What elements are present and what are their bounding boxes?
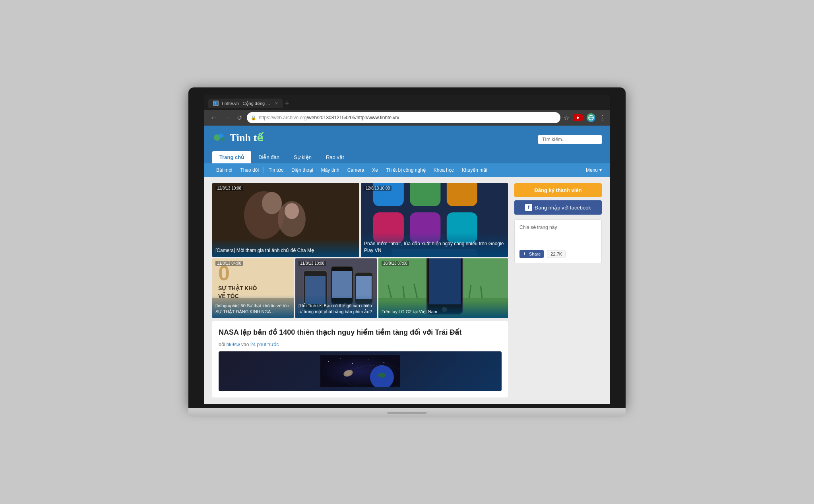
svg-point-48	[352, 362, 353, 363]
image-grid: 12/8/13 10:08 [Camera] Mời tham gia thi …	[212, 183, 508, 318]
article-time[interactable]: 24 phút trước	[250, 342, 279, 347]
main-nav: Trang chủ Diễn đàn Sự kiện Rao vặt	[212, 151, 602, 163]
article-meta: bởi bk9sw vào 24 phút trước	[219, 342, 502, 347]
share-title: Chia sẻ trang này	[519, 225, 597, 230]
sec-nav-tintuc[interactable]: Tin tức	[265, 163, 287, 177]
svg-point-47	[340, 358, 341, 359]
share-area	[519, 234, 597, 250]
facebook-share-icon: f	[523, 252, 527, 256]
article-timestamp-1: 12/8/13 10:08	[215, 186, 243, 191]
article-timestamp-4: 11/8/13 10:08	[298, 261, 326, 266]
new-tab-button[interactable]: +	[285, 100, 289, 107]
nav-menu-button[interactable]: Menu ▾	[586, 167, 602, 173]
nav-separator	[264, 167, 264, 173]
article-thumbnail	[219, 351, 502, 391]
sec-nav-xe[interactable]: Xe	[368, 163, 382, 177]
article-caption-1: [Camera] Mời tham gia thi ảnh chủ đề Cha…	[212, 239, 359, 257]
article-caption-2: Phần mềm "nhái", lừa đảo xuất hiện ngày …	[361, 233, 508, 257]
svg-point-50	[384, 362, 384, 363]
article-timestamp-2: 12/8/13 10:08	[364, 186, 391, 191]
secondary-article-3[interactable]: 10/8/13 07:08 Trên tay LG G2 tại Việt Na…	[378, 258, 508, 318]
secondary-nav: Bài mới Theo dõi Tin tức Điện thoại Máy …	[204, 163, 610, 177]
lock-icon: 🔒	[251, 115, 256, 120]
logo-text: Tinh tế	[230, 132, 263, 144]
svg-rect-32	[332, 271, 352, 298]
secondary-article-1[interactable]: 0 SỰ THẬT KHÓ VỀ TÓC 11/8/13 04:08 [Info…	[212, 258, 294, 318]
featured-article-2[interactable]: 12/8/13 10:08 Phần mềm "nhái", lừa đảo x…	[361, 183, 508, 257]
svg-point-53	[378, 373, 386, 378]
search-input[interactable]	[538, 135, 602, 144]
article-title[interactable]: NASA lập bản đồ 1400 thiên thạch nguy hi…	[219, 328, 502, 337]
browser-tab-bar: T Tinhte.vn - Cộng đồng Khoa h... × +	[204, 95, 610, 110]
browser-toolbar: ← → ↺ 🔒 https://web.archive.org/web/2013…	[204, 110, 610, 126]
sec-nav-baimoi[interactable]: Bài mới	[212, 163, 236, 177]
browser-tab[interactable]: T Tinhte.vn - Cộng đồng Khoa h... ×	[208, 99, 283, 108]
sec-nav-camera[interactable]: Camera	[343, 163, 368, 177]
chevron-down-icon: ▾	[599, 167, 602, 173]
svg-rect-57	[523, 252, 527, 256]
sec-nav-khuyenmai[interactable]: Khuyến mãi	[458, 163, 491, 177]
nav-item-trangchu[interactable]: Trang chủ	[212, 151, 251, 163]
article-timestamp-5: 10/8/13 07:08	[382, 261, 409, 266]
featured-article-1[interactable]: 12/8/13 10:08 [Camera] Mời tham gia thi …	[212, 183, 359, 257]
svg-point-51	[393, 358, 394, 358]
browser-window: T Tinhte.vn - Cộng đồng Khoa h... × + ← …	[204, 95, 610, 403]
sidebar: Đăng ký thành viên f Đăng nhập với faceb…	[514, 183, 602, 397]
laptop-frame: T Tinhte.vn - Cộng đồng Khoa h... × + ← …	[188, 87, 626, 416]
article-caption-4: [Hỏi Tinh tế] Bạn có thể gõ bao nhiêu từ…	[295, 295, 377, 318]
register-button[interactable]: Đăng ký thành viên	[514, 183, 602, 197]
sec-nav-maytinh[interactable]: Máy tính	[317, 163, 343, 177]
secondary-article-2[interactable]: 11/8/13 10:08 [Hỏi Tinh tế] Bạn có thể g…	[295, 258, 377, 318]
svg-rect-43	[429, 258, 461, 304]
url-text: https://web.archive.org/web/201308121542…	[259, 115, 399, 120]
main-content: 12/8/13 10:08 [Camera] Mời tham gia thi …	[204, 177, 610, 403]
main-article-preview: NASA lập bản đồ 1400 thiên thạch nguy hi…	[212, 321, 508, 397]
article-caption-3: [Infographic] 50 Sự thật khó tin về tóc …	[212, 295, 294, 318]
nav-item-sukien[interactable]: Sự kiện	[287, 151, 319, 163]
article-caption-5: Trên tay LG G2 tại Việt Nam	[378, 301, 508, 318]
url-base: https://web.archive.org	[259, 115, 307, 120]
sec-nav-khoahoc[interactable]: Khoa học	[430, 163, 458, 177]
facebook-login-button[interactable]: f Đăng nhập với facebook	[514, 200, 602, 215]
svg-marker-2	[577, 116, 579, 119]
meta-time-label: vào	[241, 342, 249, 347]
reload-button[interactable]: ↺	[235, 113, 244, 122]
svg-point-8	[221, 137, 225, 141]
menu-icon[interactable]: ⋮	[599, 114, 606, 122]
svg-rect-17	[410, 183, 440, 206]
tab-favicon: T	[213, 101, 219, 106]
grid-top-row: 12/8/13 10:08 [Camera] Mời tham gia thi …	[212, 183, 508, 257]
youtube-icon[interactable]	[573, 114, 583, 121]
logo-icon	[212, 130, 227, 145]
article-author[interactable]: bk9sw	[227, 342, 240, 347]
svg-text:T: T	[214, 102, 216, 105]
facebook-icon: f	[525, 204, 532, 211]
share-actions: f Share 22.7K	[519, 250, 597, 258]
sec-nav-thietbi[interactable]: Thiết bị công nghệ	[382, 163, 430, 177]
nav-item-diedan[interactable]: Diễn đàn	[251, 151, 287, 163]
site-logo: Tinh tế	[212, 130, 263, 145]
share-button[interactable]: f Share	[519, 250, 544, 258]
tab-title: Tinhte.vn - Cộng đồng Khoa h...	[221, 101, 273, 106]
share-box: Chia sẻ trang này f Share 22.7K	[514, 219, 602, 263]
globe-icon[interactable]	[587, 113, 595, 122]
website-content: Tinh tế Trang chủ Diễn đàn Sự kiện	[204, 126, 610, 403]
url-path: /web/20130812154205/http://www.tinhte.vn…	[307, 115, 399, 120]
forward-button[interactable]: →	[222, 113, 232, 123]
address-bar[interactable]: 🔒 https://web.archive.org/web/2013081215…	[247, 112, 560, 123]
sec-nav-dienthoai[interactable]: Điện thoại	[287, 163, 317, 177]
nav-item-raovat[interactable]: Rao vặt	[319, 151, 351, 163]
laptop-base	[188, 408, 626, 417]
share-count: 22.7K	[547, 250, 566, 258]
svg-rect-18	[447, 183, 477, 206]
site-header: Tinh tế Trang chủ Diễn đàn Sự kiện	[204, 126, 610, 163]
content-area: 12/8/13 10:08 [Camera] Mời tham gia thi …	[212, 183, 508, 397]
sec-nav-theodoi[interactable]: Theo dõi	[236, 163, 263, 177]
laptop-notch	[387, 412, 427, 414]
star-icon[interactable]: ☆	[564, 114, 569, 122]
tab-close-button[interactable]: ×	[275, 101, 278, 106]
svg-point-49	[368, 359, 368, 360]
toolbar-actions: ☆ ⋮	[564, 113, 606, 122]
svg-point-46	[328, 361, 329, 362]
back-button[interactable]: ←	[208, 113, 219, 123]
